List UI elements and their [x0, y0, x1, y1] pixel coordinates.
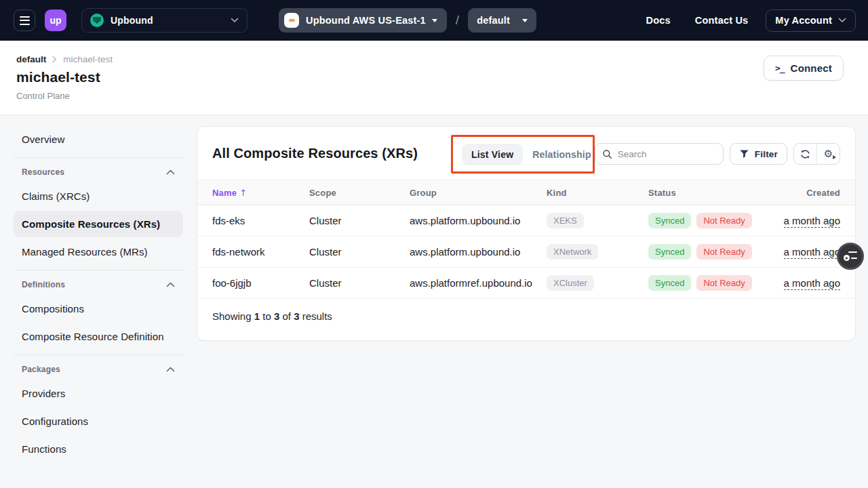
table-row[interactable]: foo-6jgjb Cluster aws.platformref.upboun…	[197, 268, 855, 299]
sidebar-divider	[14, 270, 183, 270]
section-label: Resources	[22, 167, 64, 177]
column-header-group[interactable]: Group	[410, 188, 547, 198]
sidebar-item-configurations[interactable]: Configurations	[14, 408, 183, 434]
breadcrumb-root[interactable]: default	[16, 54, 46, 64]
table-row[interactable]: fds-eks Cluster aws.platform.upbound.io …	[197, 205, 855, 237]
connect-label: Connect	[791, 62, 832, 74]
column-header-name[interactable]: Name↑	[212, 188, 309, 198]
table-row[interactable]: fds-network Cluster aws.platform.upbound…	[197, 237, 855, 268]
resource-name[interactable]: foo-6jgjb	[212, 277, 309, 289]
resource-name[interactable]: fds-network	[212, 246, 309, 258]
page-title: michael-test	[16, 69, 856, 85]
my-account-menu[interactable]: My Account	[766, 9, 856, 32]
gear-icon: ⚙	[824, 149, 833, 159]
status-badge-synced: Synced	[648, 275, 691, 291]
breadcrumb-slash: /	[456, 13, 459, 28]
my-account-label: My Account	[775, 15, 832, 26]
status-badge-not-ready: Not Ready	[696, 275, 751, 291]
column-header-status[interactable]: Status	[648, 188, 774, 198]
page-header: default michael-test michael-test Contro…	[0, 41, 868, 115]
filter-label: Filter	[755, 149, 778, 159]
play-triangle-icon	[833, 155, 836, 159]
control-plane-icon	[284, 13, 299, 28]
status-badge-not-ready: Not Ready	[696, 213, 751, 228]
table-header-row: Name↑ Scope Group Kind Status Created	[197, 180, 855, 205]
panel-title: All Composite Resources (XRs)	[212, 146, 418, 161]
group-switcher[interactable]: default	[468, 8, 536, 33]
sidebar-item-claims[interactable]: Claims (XRCs)	[14, 183, 183, 209]
chevron-right-icon	[52, 56, 58, 63]
column-header-scope[interactable]: Scope	[309, 188, 410, 198]
list-view-tab[interactable]: List View	[462, 144, 523, 165]
docs-link[interactable]: Docs	[646, 15, 671, 26]
sidebar-item-managed-resources[interactable]: Managed Resources (MRs)	[14, 239, 183, 265]
navbar-links: Docs Contact Us My Account	[622, 9, 856, 32]
feedback-form-icon	[844, 251, 857, 262]
chevron-down-icon	[838, 18, 846, 23]
composite-resources-panel: All Composite Resources (XRs) List View …	[197, 126, 856, 341]
contact-us-link[interactable]: Contact Us	[695, 15, 749, 26]
resource-scope: Cluster	[309, 215, 410, 226]
upbound-logo[interactable]: up	[45, 9, 66, 31]
panel-header: All Composite Resources (XRs) List View …	[197, 127, 855, 180]
status-badge-synced: Synced	[648, 213, 691, 228]
column-header-kind[interactable]: Kind	[547, 188, 648, 198]
top-navbar: up Upbound Upbound AWS US-East-1 / defau…	[0, 0, 868, 41]
control-plane-name: Upbound AWS US-East-1	[306, 15, 426, 26]
sidebar-item-compositions[interactable]: Compositions	[14, 296, 183, 322]
logo-text: up	[50, 15, 61, 26]
section-label: Definitions	[22, 280, 65, 289]
sidebar-section-packages[interactable]: Packages	[14, 360, 183, 379]
connect-button[interactable]: >_ Connect	[764, 56, 844, 81]
filter-button[interactable]: Filter	[730, 143, 787, 165]
results-to: 3	[274, 310, 279, 322]
sidebar-item-functions[interactable]: Functions	[14, 436, 183, 462]
terminal-icon: >_	[775, 63, 785, 73]
kind-badge: XCluster	[547, 275, 594, 291]
results-from: 1	[254, 310, 260, 322]
chevron-up-icon	[166, 282, 175, 287]
kind-badge: XNetwork	[547, 244, 598, 260]
caret-down-icon	[522, 19, 528, 22]
sidebar-item-composite-resources[interactable]: Composite Resources (XRs)	[14, 211, 183, 237]
caret-down-icon	[432, 19, 437, 22]
resource-scope: Cluster	[309, 277, 410, 289]
sidebar-section-definitions[interactable]: Definitions	[14, 275, 183, 294]
breadcrumb: default michael-test	[16, 54, 856, 64]
chevron-up-icon	[166, 367, 175, 372]
status-badge-not-ready: Not Ready	[696, 244, 751, 260]
refresh-button[interactable]	[794, 144, 816, 164]
feedback-widget-button[interactable]	[837, 243, 864, 270]
chevron-up-icon	[166, 169, 175, 175]
results-summary: Showing 1 to 3 of 3 results	[197, 299, 855, 333]
sidebar-item-providers[interactable]: Providers	[14, 380, 183, 407]
organization-name: Upbound	[111, 15, 153, 26]
section-label: Packages	[22, 365, 60, 374]
kind-badge: XEKS	[547, 213, 584, 228]
refresh-controls: ⚙	[793, 143, 840, 165]
sidebar-divider	[14, 157, 183, 158]
breadcrumb-current: michael-test	[63, 54, 113, 64]
sidebar: Overview Resources Claims (XRCs) Composi…	[14, 126, 183, 464]
resource-group: aws.platform.upbound.io	[410, 246, 547, 258]
auto-refresh-settings-button[interactable]: ⚙	[817, 144, 840, 164]
sidebar-item-composite-resource-definition[interactable]: Composite Resource Definition	[14, 323, 183, 350]
created-timestamp: a month ago	[784, 246, 840, 259]
control-plane-switcher[interactable]: Upbound AWS US-East-1	[279, 8, 447, 33]
hamburger-icon	[20, 16, 30, 18]
resource-name[interactable]: fds-eks	[212, 215, 309, 226]
results-total: 3	[294, 310, 299, 322]
sidebar-item-overview[interactable]: Overview	[14, 126, 183, 152]
sidebar-section-resources[interactable]: Resources	[14, 163, 183, 182]
created-timestamp: a month ago	[784, 277, 840, 290]
group-name: default	[477, 15, 510, 26]
resource-group: aws.platformref.upbound.io	[410, 277, 547, 289]
search-icon	[602, 149, 612, 159]
organization-switcher[interactable]: Upbound	[81, 8, 248, 33]
search-field[interactable]	[595, 143, 724, 165]
search-input[interactable]	[618, 149, 713, 159]
resource-group: aws.platform.upbound.io	[410, 215, 547, 226]
hamburger-menu-button[interactable]	[14, 9, 35, 31]
sidebar-divider	[14, 354, 183, 355]
column-header-created[interactable]: Created	[774, 188, 840, 198]
